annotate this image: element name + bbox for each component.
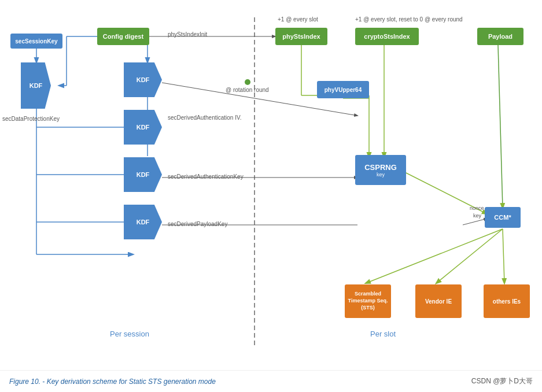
label-plus1-every-slot-reset: +1 @ every slot, reset to 0 @ every roun…	[355, 16, 463, 23]
label-sec-data-protection-key: secDataProtectionKey	[2, 116, 60, 122]
svg-point-34	[245, 79, 250, 85]
svg-line-28	[436, 229, 503, 283]
label-key: key	[473, 213, 481, 219]
kdf1-shape: KDF	[124, 62, 162, 97]
csprng-key-label: key	[377, 172, 385, 177]
kdf4-shape: KDF	[124, 205, 162, 239]
credit-label: CSDN @萝卜D大哥	[471, 376, 533, 386]
sec-session-key-box: secSessionKey	[10, 34, 62, 49]
label-phy-sts-index-init: phyStsIndexInit	[168, 31, 207, 38]
kdf3-shape: KDF	[124, 157, 162, 192]
diagram-container: secSessionKey Config digest phyStsIndex …	[0, 0, 542, 370]
others-ies-box: others IEs	[484, 284, 530, 318]
label-sec-derived-payload-key: secDerivedPayloadKey	[168, 221, 227, 227]
kdf2-shape: KDF	[124, 110, 162, 145]
label-sec-derived-auth-iv: secDerivedAuthentication IV.	[168, 114, 242, 121]
kdf0-shape: KDF	[21, 62, 51, 109]
svg-line-27	[366, 229, 503, 283]
figure-caption: Figure 10. - Key derivation scheme for S…	[9, 378, 216, 386]
svg-line-29	[503, 229, 504, 283]
label-per-session: Per session	[110, 330, 149, 338]
label-sec-derived-auth-key: secDerivedAuthenticationKey	[168, 173, 244, 180]
label-nonce: nonce	[470, 205, 484, 211]
svg-line-24	[463, 219, 487, 225]
label-per-slot: Per slot	[370, 330, 396, 338]
phy-sts-index-box: phyStsIndex	[275, 28, 327, 45]
payload-box: Payload	[477, 28, 523, 45]
crypto-sts-index-box: cryptoStsIndex	[355, 28, 419, 45]
config-digest-box: Config digest	[97, 28, 149, 45]
phy-v-upper64-box: phyVUpper64	[317, 81, 369, 98]
ccm-box: CCM*	[485, 207, 521, 228]
csprng-box: CSPRNG key	[355, 155, 406, 185]
label-at-rotation-round: @ rotation round	[226, 87, 269, 93]
footer: Figure 10. - Key derivation scheme for S…	[0, 370, 542, 392]
label-plus1-every-slot-1: +1 @ every slot	[278, 16, 318, 23]
vendor-ie-box: Vendor IE	[415, 284, 462, 318]
svg-line-26	[498, 45, 503, 208]
sts-box: Scrambled Timestamp Seq. (STS)	[345, 284, 391, 318]
